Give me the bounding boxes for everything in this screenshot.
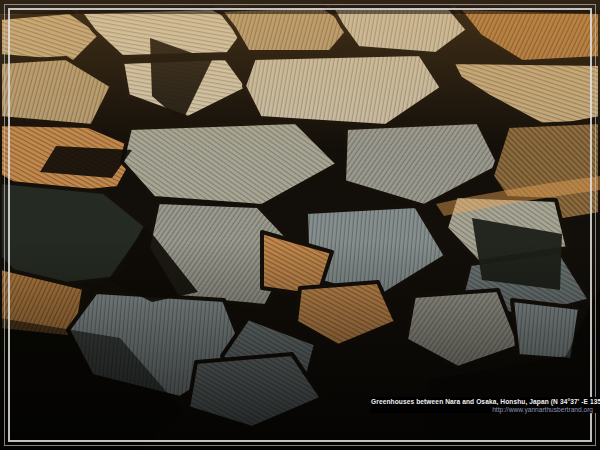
- caption-url: http://www.yannarthusbertrand.org: [371, 406, 593, 414]
- caption-title: Greenhouses between Nara and Osaka, Hons…: [371, 398, 593, 406]
- aerial-photo: [0, 0, 600, 450]
- caption-bar: Greenhouses between Nara and Osaka, Hons…: [371, 397, 600, 413]
- wallpaper-root: Greenhouses between Nara and Osaka, Hons…: [0, 0, 600, 450]
